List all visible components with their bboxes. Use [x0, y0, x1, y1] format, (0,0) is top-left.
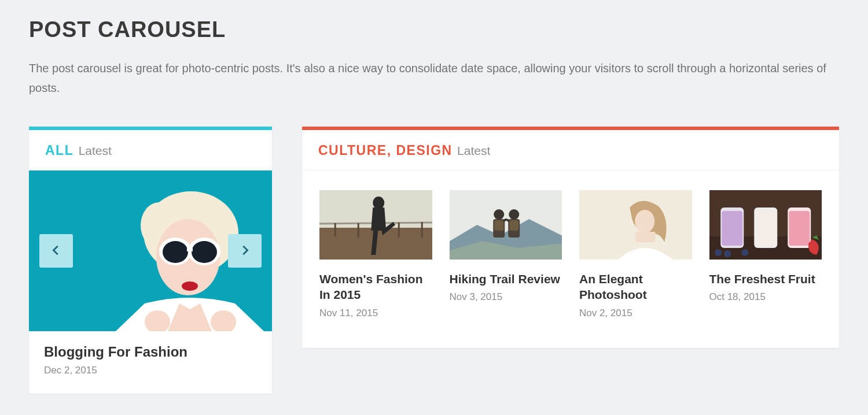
featured-image-area: [29, 171, 272, 331]
svg-point-39: [724, 250, 731, 257]
carousel-row: ALL Latest: [29, 127, 839, 394]
post-item[interactable]: An Elegant Photoshoot Nov 2, 2015: [579, 190, 692, 319]
post-item[interactable]: Hiking Trail Review Nov 3, 2015: [450, 190, 562, 319]
category-label[interactable]: CULTURE, DESIGN: [318, 143, 453, 158]
svg-rect-33: [722, 211, 742, 246]
post-title[interactable]: Women's Fashion In 2015: [319, 271, 432, 303]
post-thumb: [579, 190, 692, 260]
posts-grid: Women's Fashion In 2015 Nov 11, 2015: [302, 171, 839, 348]
chevron-left-icon: [50, 244, 62, 258]
card-header: CULTURE, DESIGN Latest: [302, 130, 839, 171]
category-sub: Latest: [79, 144, 112, 157]
featured-meta: Blogging For Fashion Dec 2, 2015: [29, 331, 272, 394]
post-thumb: [319, 190, 432, 260]
card-header: ALL Latest: [29, 130, 272, 171]
carousel-next-button[interactable]: [228, 234, 262, 268]
post-item[interactable]: The Freshest Fruit Oct 18, 2015: [709, 190, 822, 319]
svg-rect-8: [187, 248, 193, 251]
culture-carousel-card: CULTURE, DESIGN Latest: [302, 127, 839, 348]
svg-point-40: [741, 249, 748, 256]
post-date: Oct 18, 2015: [709, 291, 822, 303]
svg-point-19: [373, 197, 384, 209]
svg-point-9: [182, 281, 198, 291]
featured-post-date: Dec 2, 2015: [44, 365, 257, 376]
svg-rect-35: [755, 211, 776, 246]
svg-point-6: [163, 241, 188, 263]
svg-point-38: [715, 249, 722, 256]
featured-post-title[interactable]: Blogging For Fashion: [44, 344, 257, 360]
svg-rect-37: [789, 211, 810, 246]
category-label[interactable]: ALL: [45, 143, 73, 158]
carousel-prev-button[interactable]: [39, 234, 73, 268]
svg-point-28: [635, 210, 654, 233]
page-description: The post carousel is great for photo-cen…: [29, 58, 827, 98]
chevron-right-icon: [238, 244, 251, 258]
post-item[interactable]: Women's Fashion In 2015 Nov 11, 2015: [319, 190, 432, 319]
all-carousel-card: ALL Latest: [29, 127, 272, 394]
svg-rect-29: [635, 232, 655, 242]
post-thumb: [450, 190, 562, 260]
post-title[interactable]: The Freshest Fruit: [709, 271, 822, 287]
svg-point-21: [494, 209, 504, 220]
svg-point-24: [509, 209, 519, 220]
svg-rect-23: [494, 220, 503, 231]
post-thumb: [709, 190, 822, 260]
post-title[interactable]: Hiking Trail Review: [450, 271, 562, 287]
post-title[interactable]: An Elegant Photoshoot: [579, 271, 692, 303]
post-date: Nov 3, 2015: [450, 291, 562, 303]
page-title: POST CAROUSEL: [29, 17, 839, 42]
svg-point-7: [192, 241, 217, 263]
svg-rect-26: [509, 220, 518, 231]
post-date: Nov 11, 2015: [319, 307, 432, 319]
category-sub: Latest: [457, 144, 490, 157]
post-date: Nov 2, 2015: [579, 307, 692, 319]
